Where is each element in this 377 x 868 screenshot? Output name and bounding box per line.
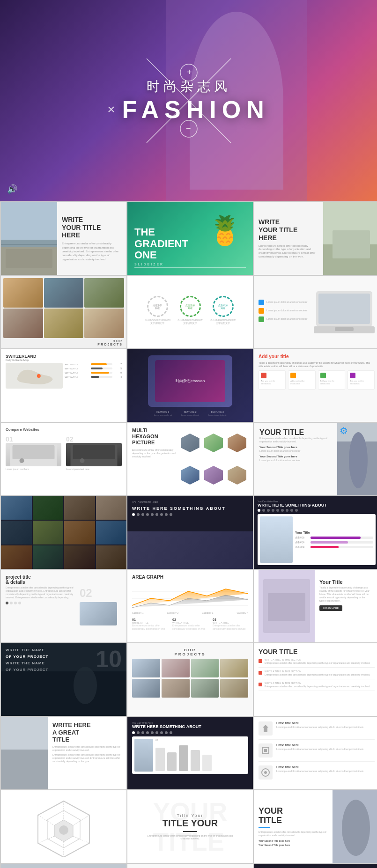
hex-4 (181, 466, 200, 485)
slide-23-num-row: 02 (155, 739, 246, 742)
slide-23-main: WRITE HERE SOMETHING ABOUT (132, 724, 248, 729)
slide-3-text: WRITEYOUR TITLEHERE Entrepreneurs simila… (254, 202, 323, 275)
compare-2-text: Lorem ipsum text here (66, 468, 122, 471)
slide-22-desc2: Entrepreneurs similar offer considerably… (52, 753, 122, 763)
svg-text:−: − (186, 124, 191, 133)
mosaic-cell-8 (96, 521, 127, 544)
slide-16: project title& details Entrepreneurs sim… (1, 570, 126, 642)
slide-24: Little title here Lorem ipsum dolor sit … (254, 717, 377, 789)
slide-17-title: AREA GRAPH (132, 574, 248, 580)
project-cell-2 (162, 659, 190, 677)
hero-separator: × (107, 102, 115, 117)
little-title-2: Little title here (276, 743, 364, 747)
slide-10-items: 01 Lorem ipsum text here 02 (6, 435, 122, 471)
project-cell-8 (220, 679, 248, 698)
slide-2: 🍍 THEGRADIENTONE SLIDEIZER (127, 202, 253, 275)
gear-icon: ⚙ (340, 425, 348, 436)
slide-23-dot-6 (155, 731, 158, 734)
slide-7-sub: Fully Editable Map (6, 359, 122, 361)
slide-14-bottom-img (127, 531, 253, 569)
slide-22-desc1: Entrepreneurs similar offer considerably… (52, 745, 122, 752)
little-icon-1 (259, 721, 273, 736)
dot-2 (137, 513, 140, 516)
slide-22: WRITE HEREA GREATTITLE Entrepreneurs sim… (1, 717, 126, 789)
little-text-3: Little title here Lorem ipsum dolor sit … (276, 765, 364, 773)
slide-28-image (1, 864, 126, 868)
slide-27-desc: Entrepreneurs similar offer considerably… (259, 831, 333, 837)
svg-point-20 (20, 458, 24, 463)
item-text-3: Entrepreneurs similar offer considerably… (213, 624, 248, 630)
slide-6-laptop (314, 289, 375, 336)
slide-23-dot-5 (151, 731, 154, 734)
slide-26-desc: Entrepreneurs similar offer considerably… (143, 834, 237, 840)
mini-bar-fill-2 (310, 541, 348, 544)
svg-rect-12 (333, 230, 370, 258)
mosaic-cell-9 (1, 545, 32, 569)
add-item-4-text: Add your text the introduction (350, 380, 372, 385)
svg-text:+: + (187, 67, 192, 77)
svg-marker-43 (263, 725, 268, 732)
info-text-3: Lorem ipsum dolor sit amet consectetur (266, 317, 308, 321)
add-item-2: Add your text the introduction (288, 370, 315, 390)
compare-item-1: 01 Lorem ipsum text here (6, 435, 61, 471)
mosaic-cell-11 (64, 545, 95, 569)
mosaic-cell-3 (64, 496, 95, 520)
slide-21: YOUR TITLE WRITE A TITLE IN THIS SECTION… (254, 643, 377, 716)
svg-point-26 (349, 432, 368, 488)
slide-29: Entrepreneurs similar offer considerably… (127, 864, 253, 868)
slide-10-title: Compare Websites (6, 427, 122, 432)
info-text-1: Lorem ipsum dolor sit amet consectetur (266, 301, 308, 304)
slide-12: YOUR TITLE Entrepreneurs similar offer c… (254, 423, 377, 495)
slide-18-learn-btn[interactable]: LEARN MORE (319, 605, 342, 611)
slide-26-content: Title Your Title Your Entrepreneurs simi… (143, 813, 237, 840)
slide-12-desc: Entrepreneurs similar offer considerably… (259, 437, 332, 443)
info-item-1: Lorem ipsum dolor sit amet consectetur (259, 300, 314, 305)
project-cell-3 (191, 659, 219, 677)
hero-content: + − 时尚杂志风 × FASHION (0, 0, 377, 201)
add-icon-3 (320, 373, 326, 378)
slide-14-labels: You Can Write Here (132, 501, 248, 504)
slide-15-dot-9 (295, 509, 298, 512)
svg-rect-7 (1, 240, 57, 275)
mosaic-cell-6 (33, 521, 64, 544)
svg-rect-39 (167, 752, 177, 771)
little-item-3: Little title here Lorem ipsum dolor sit … (259, 765, 375, 783)
slide-15-dot-8 (290, 509, 293, 512)
svg-rect-41 (191, 750, 200, 771)
hex-3 (228, 434, 246, 452)
mini-bar-2: 点击添加 (295, 541, 373, 544)
slide-2-sub: SLIDEIZER (134, 263, 246, 268)
item-num-1: 01 (132, 618, 168, 621)
slide-27-sub1: Your Second Title goes here (259, 839, 333, 842)
slide-19-content: 10 WRITE THE NAME OF YOUR PROJECT WRITE … (1, 643, 126, 677)
chart-label-2: Category 2 (167, 611, 178, 614)
add-item-4: Add your text the introduction (347, 370, 375, 390)
project-cell-7 (191, 679, 219, 698)
info-dot-green (259, 316, 264, 322)
svg-point-51 (59, 825, 68, 835)
hex-6 (228, 466, 246, 485)
slide-3-desc: Entrepreneurs similar offer considerably… (259, 244, 318, 259)
item-num-3: 03 (213, 618, 248, 621)
project-cell-4 (220, 659, 248, 677)
add-item-1: Add your text the introduction (259, 370, 286, 390)
slide-11: MULTIHEXAGONPICTURE Entrepreneurs simila… (127, 423, 253, 495)
project-cell-5 (132, 679, 160, 698)
little-item-1: Little title here Lorem ipsum dolor sit … (259, 721, 375, 740)
slide-8: 时尚杂志×fashion FEATURE 1Lorem ipsum dolor … (127, 349, 253, 422)
slide-15-dot-2 (262, 509, 265, 512)
section-text-1: WRITE A TITLE IN THIS SECTIONEntrepreneu… (265, 658, 370, 665)
slide-4-label: OUR PROJECTS (3, 339, 124, 346)
slide-15-dots (258, 509, 376, 512)
svg-rect-6 (1, 202, 57, 275)
svg-point-47 (264, 771, 267, 774)
dot-3 (141, 513, 144, 516)
slide-23-white-content: 02 (132, 736, 248, 774)
add-item-3-text: Add your text the introduction (320, 380, 343, 385)
dot-4 (146, 513, 149, 516)
svg-line-57 (38, 815, 54, 825)
svg-rect-37 (1, 750, 48, 789)
svg-point-17 (37, 374, 41, 378)
mini-bar-1: 点击添加 (295, 536, 373, 539)
circle-ring-1: 点击添加知框 (147, 296, 168, 317)
